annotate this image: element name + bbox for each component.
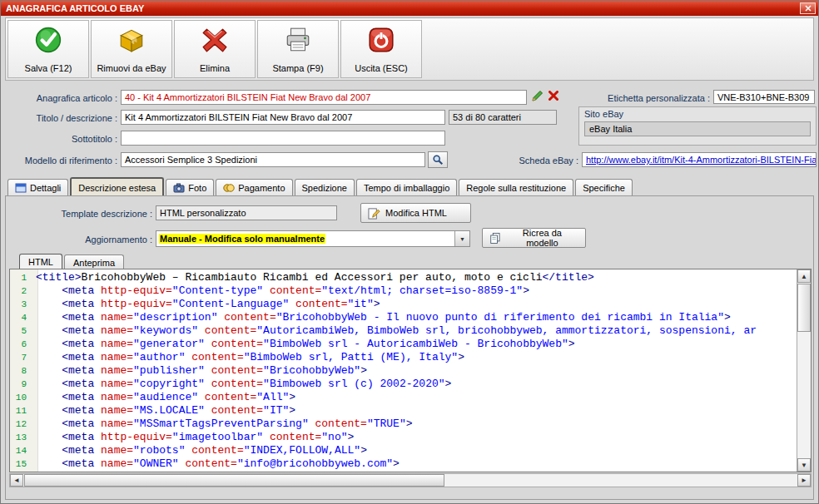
anagrafica-articolo-ebay-window: ANAGRAFICA ARTICOLO EBAY Salva (F12) Rim…: [0, 0, 819, 504]
etichetta-personalizzata-input[interactable]: VNE-B310+BNE-B309: [713, 90, 815, 104]
code-text: <meta http-equiv="Content-type" content=…: [33, 284, 529, 298]
code-text: <meta name="keywords" content="Autoricam…: [33, 324, 757, 338]
stampa-button[interactable]: Stampa (F9): [257, 20, 339, 78]
code-line: 8 <meta name="publisher" content="Bricoh…: [10, 364, 797, 378]
anagrafica-articolo-input[interactable]: 40 - Kit 4 Ammortizzatori BILSTEIN Fiat …: [121, 90, 527, 105]
vertical-scroll-thumb[interactable]: [797, 284, 811, 332]
line-number: 9: [10, 378, 33, 391]
close-icon: [805, 5, 812, 12]
rimuovi-label: Rimuovi da eBay: [97, 63, 166, 73]
scroll-up-button[interactable]: ▲: [797, 269, 811, 283]
modello-riferimento-input[interactable]: Accessori Semplice 3 Spedizioni: [121, 152, 425, 167]
line-number: 2: [10, 284, 33, 298]
anagrafica-articolo-label: Anagrafica articolo :: [7, 93, 117, 103]
rimuovi-da-ebay-button[interactable]: Rimuovi da eBay: [91, 20, 172, 78]
template-descrizione-field[interactable]: HTML personalizzato: [156, 205, 337, 220]
code-text: <meta name="author" content="BimboWeb sr…: [33, 351, 464, 364]
horizontal-scrollbar[interactable]: ◄ ►: [9, 473, 812, 487]
horizontal-scroll-thumb[interactable]: [24, 474, 444, 487]
code-line: 4 <meta name="description" content="Bric…: [10, 311, 797, 324]
aggiornamento-value: Manuale - Modifica solo manualmente: [159, 234, 325, 244]
scroll-down-button[interactable]: ▼: [797, 458, 811, 472]
printer-icon: [284, 26, 312, 54]
arrow-up-icon: ▲: [801, 273, 807, 280]
scroll-right-button[interactable]: ►: [797, 474, 811, 487]
titolo-descrizione-input[interactable]: Kit 4 Ammortizzatori BILSTEIN Fiat New B…: [121, 110, 445, 125]
code-line: 6 <meta name="generator" content="BimboW…: [10, 338, 797, 351]
modifica-html-button[interactable]: Modifica HTML: [360, 203, 471, 223]
tab-bar: Dettagli Descrizione estesa Foto Pagamen…: [7, 177, 634, 196]
tab-descrizione-estesa[interactable]: Descrizione estesa: [70, 177, 164, 196]
code-line: 2 <meta http-equiv="Content-type" conten…: [10, 284, 797, 298]
stampa-label: Stampa (F9): [272, 63, 323, 73]
code-line: 5 <meta name="keywords" content="Autoric…: [10, 324, 797, 338]
aggiornamento-label: Aggiornamento :: [34, 235, 152, 245]
aggiornamento-combobox[interactable]: Manuale - Modifica solo manualmente ▼: [156, 230, 470, 247]
uscita-button[interactable]: Uscita (ESC): [340, 20, 422, 78]
code-text: <meta name="generator" content="BimboWeb…: [33, 338, 575, 351]
search-icon: [432, 154, 444, 166]
arrow-right-icon: ►: [801, 477, 807, 484]
window-title: ANAGRAFICA ARTICOLO EBAY: [6, 3, 144, 13]
code-text: <meta name="MS.LOCALE" content="IT">: [33, 404, 295, 418]
line-number: 12: [10, 418, 33, 431]
close-button[interactable]: [800, 2, 816, 14]
code-line: 9 <meta name="copyright" content="Bimbow…: [10, 378, 797, 391]
sottotitolo-input[interactable]: [121, 131, 445, 146]
elimina-button[interactable]: Elimina: [174, 20, 256, 78]
uscita-label: Uscita (ESC): [355, 63, 408, 73]
subtab-anteprima[interactable]: Anteprima: [64, 254, 124, 269]
tab-specifiche[interactable]: Specifiche: [575, 179, 633, 196]
save-check-icon: [34, 26, 62, 54]
code-text: <meta name="robots" content="INDEX,FOLLO…: [33, 444, 367, 457]
package-icon: [117, 26, 146, 54]
horizontal-scroll-track[interactable]: [23, 474, 797, 487]
salva-button[interactable]: Salva (F12): [7, 20, 89, 78]
tab-pagamento[interactable]: Pagamento: [216, 179, 292, 196]
scheda-ebay-link[interactable]: http://www.ebay.it/itm/Kit-4-Ammortizzat…: [582, 152, 817, 167]
code-line: 1<title>BricohobbyWeb – Ricambiauto Rica…: [10, 271, 797, 284]
code-line: 3 <meta http-equiv="Content-Language" co…: [10, 298, 797, 311]
toolbar: Salva (F12) Rimuovi da eBay Elimina: [5, 17, 814, 81]
chevron-down-icon: ▼: [459, 236, 465, 242]
code-text: <meta name="publisher" content="Bricohob…: [33, 364, 367, 378]
clear-x-icon[interactable]: [548, 91, 559, 102]
sottotitolo-label: Sottotitolo :: [7, 134, 117, 144]
subtab-html[interactable]: HTML: [19, 254, 62, 269]
vertical-scroll-track[interactable]: [797, 283, 811, 458]
code-line: 15 <meta name="OWNER" content="info@bric…: [10, 457, 797, 471]
edit-html-pencil-icon: [368, 207, 380, 220]
sito-ebay-value: eBay Italia: [584, 121, 811, 136]
line-number: 14: [10, 444, 33, 457]
code-lines: 1<title>BricohobbyWeb – Ricambiauto Rica…: [10, 271, 797, 471]
combo-dropdown-button[interactable]: ▼: [454, 231, 469, 246]
sito-ebay-label: Sito eBay: [584, 109, 811, 119]
ricrea-da-modello-button[interactable]: Ricrea da modello: [482, 228, 586, 248]
elimina-label: Elimina: [200, 63, 230, 73]
search-modello-button[interactable]: [428, 151, 448, 168]
copy-pages-icon: [489, 232, 501, 244]
code-text: <meta name="MSSmartTagsPreventParsing" c…: [33, 418, 413, 431]
line-number: 13: [10, 431, 33, 444]
code-line: 12 <meta name="MSSmartTagsPreventParsing…: [10, 418, 797, 431]
line-number: 11: [10, 404, 33, 418]
line-number: 5: [10, 324, 33, 338]
edit-pencil-icon[interactable]: [530, 89, 545, 104]
tab-dettagli[interactable]: Dettagli: [7, 179, 68, 196]
scroll-left-button[interactable]: ◄: [10, 474, 23, 487]
tab-tempo-di-imballaggio[interactable]: Tempo di imballaggio: [356, 179, 457, 196]
line-number: 6: [10, 338, 33, 351]
code-area[interactable]: 1<title>BricohobbyWeb – Ricambiauto Rica…: [10, 269, 797, 472]
template-descrizione-label: Template descrizione :: [34, 209, 152, 219]
details-form-icon: [15, 183, 27, 193]
vertical-scrollbar[interactable]: ▲ ▼: [797, 269, 811, 472]
modello-riferimento-label: Modello di riferimento :: [7, 156, 117, 166]
html-code-editor: 1<title>BricohobbyWeb – Ricambiauto Rica…: [9, 269, 812, 472]
arrow-down-icon: ▼: [801, 462, 807, 469]
tab-regole-sulla-restituzione[interactable]: Regole sulla restituzione: [459, 179, 573, 196]
tab-foto[interactable]: Foto: [166, 179, 214, 196]
tab-spedizione[interactable]: Spedizione: [295, 179, 355, 196]
coins-icon: [223, 183, 235, 193]
line-number: 3: [10, 298, 33, 311]
code-text: <meta name="description" content="Bricoh…: [33, 311, 731, 324]
